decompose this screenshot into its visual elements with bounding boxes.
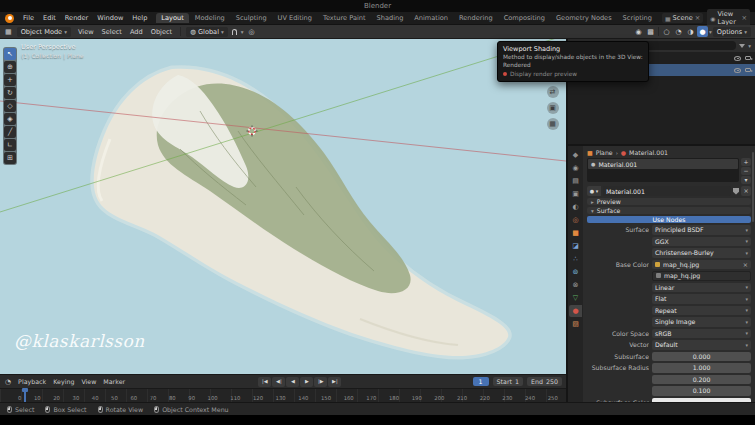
transport-button[interactable]: ▶|	[328, 377, 341, 387]
perspective-toggle-icon[interactable]: ▦	[547, 118, 559, 130]
camera-view-icon[interactable]: ▣	[547, 102, 559, 114]
surface-section-header[interactable]: ▾ Surface	[587, 207, 751, 214]
timeline-menu-item[interactable]: Marker	[101, 378, 127, 385]
workspace-tab[interactable]: Modeling	[190, 13, 230, 23]
properties-tab[interactable]: ⊗	[569, 279, 582, 291]
workspace-tab[interactable]: Sculpting	[231, 13, 272, 23]
transport-button[interactable]: ▶	[300, 377, 313, 387]
property-value[interactable]: Linear	[652, 283, 751, 293]
properties-tab[interactable]: ▨	[569, 318, 582, 330]
properties-tab[interactable]: ▤	[569, 175, 582, 187]
properties-tab[interactable]: ▽	[569, 292, 582, 304]
disable-in-render-icon[interactable]	[745, 56, 751, 60]
tool-button[interactable]: +	[4, 74, 16, 86]
transform-orientation[interactable]: ◍ Global ▾	[186, 27, 228, 37]
transport-button[interactable]: ◀	[286, 377, 299, 387]
workspace-tab[interactable]: Animation	[409, 13, 453, 23]
property-value[interactable]: 0.200	[652, 375, 751, 385]
remove-slot-button[interactable]: −	[741, 167, 751, 175]
frame-end-field[interactable]: End 250	[527, 377, 562, 386]
unlink-material-button[interactable]: ×	[741, 186, 751, 196]
properties-tab[interactable]: ◆	[569, 149, 582, 161]
shading-wireframe-icon[interactable]: ○	[661, 26, 672, 37]
tool-button[interactable]: ◈	[4, 113, 16, 125]
property-value[interactable]: Principled BSDF	[652, 225, 751, 235]
workspace-tab[interactable]: Shading	[372, 13, 409, 23]
properties-scrollbar[interactable]	[752, 152, 754, 222]
show-overlays-icon[interactable]: ◉	[633, 26, 644, 37]
menu-item[interactable]: Edit	[39, 13, 60, 23]
tool-button[interactable]: ◇	[4, 100, 16, 112]
menu-item[interactable]: Help	[128, 13, 151, 23]
outliner-options-icon[interactable]: ▾	[748, 43, 751, 49]
transport-button[interactable]: ◀|	[272, 377, 285, 387]
editor-type-icon[interactable]: ▦	[4, 28, 13, 36]
tool-button[interactable]: ⊞	[4, 152, 16, 164]
workspace-tab[interactable]: UV Editing	[273, 13, 317, 23]
property-value[interactable]: Single Image	[652, 317, 751, 327]
scene-selector[interactable]: ▦ Scene ×	[662, 13, 703, 23]
preview-section-header[interactable]: ▸ Preview	[587, 198, 751, 205]
timeline-menu-item[interactable]: Playback	[16, 378, 48, 385]
properties-tab[interactable]: ∴	[569, 253, 582, 265]
viewport-menu-item[interactable]: Object	[148, 27, 175, 37]
property-value[interactable]: map_hq.jpg	[652, 260, 751, 270]
properties-tab[interactable]: ▣	[569, 188, 582, 200]
browse-material-button[interactable]: ● ▾	[587, 186, 601, 196]
properties-tab[interactable]: ●	[569, 305, 582, 317]
properties-tab[interactable]: ◪	[569, 240, 582, 252]
filter-icon[interactable]	[739, 44, 745, 48]
properties-tab[interactable]: ◎	[569, 214, 582, 226]
transport-button[interactable]: |◀	[258, 377, 271, 387]
hide-in-viewport-icon[interactable]	[734, 68, 741, 73]
add-slot-button[interactable]: +	[741, 158, 751, 166]
xray-toggle-icon[interactable]: ▩	[645, 26, 656, 37]
menu-item[interactable]: Window	[93, 13, 127, 23]
tool-button[interactable]: ⊕	[4, 61, 16, 73]
transport-button[interactable]: |▶	[314, 377, 327, 387]
shading-solid-icon[interactable]: ◔	[673, 26, 684, 37]
material-slot-list[interactable]: ● Material.001	[587, 158, 739, 182]
property-value[interactable]: 0.000	[652, 352, 751, 362]
tool-button[interactable]: ↻	[4, 87, 16, 99]
workspace-tab[interactable]: Texture Paint	[318, 13, 371, 23]
workspace-tab[interactable]: Rendering	[454, 13, 498, 23]
view-layer-unlink-icon[interactable]: ×	[741, 14, 747, 22]
property-value[interactable]: 0.100	[652, 386, 751, 396]
workspace-tab[interactable]: Compositing	[499, 13, 550, 23]
workspace-tab[interactable]: Scripting	[618, 13, 657, 23]
tool-button[interactable]: ∟	[4, 139, 16, 151]
viewport-menu-item[interactable]: View	[75, 27, 97, 37]
workspace-tab[interactable]: Geometry Nodes	[551, 13, 617, 23]
properties-tab[interactable]: ◐	[569, 201, 582, 213]
property-value[interactable]: Flat	[652, 294, 751, 304]
timeline-menu-item[interactable]: Keying	[51, 378, 76, 385]
property-value[interactable]: Christensen-Burley	[652, 248, 751, 258]
snap-dropdown-icon[interactable]: ▾	[241, 29, 244, 35]
frame-start-field[interactable]: Start 1	[493, 377, 523, 386]
viewport-menu-item[interactable]: Select	[99, 27, 125, 37]
slot-specials-button[interactable]: ▾	[741, 176, 751, 184]
disable-in-render-icon[interactable]	[745, 68, 751, 72]
playhead[interactable]	[24, 388, 26, 402]
menu-item[interactable]: Render	[61, 13, 92, 23]
properties-tab[interactable]: ⊚	[569, 266, 582, 278]
material-name-field[interactable]: Material.001	[603, 186, 731, 196]
properties-tab[interactable]: ■	[569, 227, 582, 239]
timeline-ruler[interactable]: 0102030405060708090100110120130140150160…	[0, 388, 566, 402]
mode-selector[interactable]: Object Mode ▾	[17, 27, 71, 37]
timeline-menu-item[interactable]: View	[79, 378, 98, 385]
3d-viewport[interactable]: ↖⊕+↻◇◈╱∟⊞ User Perspective (1) Collectio…	[0, 39, 566, 374]
property-value[interactable]: sRGB	[652, 329, 751, 339]
property-value[interactable]: GGX	[652, 237, 751, 247]
property-value[interactable]: Default	[652, 340, 751, 350]
hide-in-viewport-icon[interactable]	[734, 56, 741, 61]
properties-tab[interactable]: ◉	[569, 162, 582, 174]
menu-item[interactable]: File	[19, 13, 38, 23]
shading-dropdown-icon[interactable]: ▾	[709, 29, 712, 35]
viewport-menu-item[interactable]: Add	[127, 27, 146, 37]
current-frame-field[interactable]: 1	[473, 377, 489, 386]
use-nodes-button[interactable]: Use Nodes	[587, 216, 751, 223]
property-value[interactable]: 1.000	[652, 363, 751, 373]
material-slot[interactable]: ● Material.001	[588, 159, 738, 169]
